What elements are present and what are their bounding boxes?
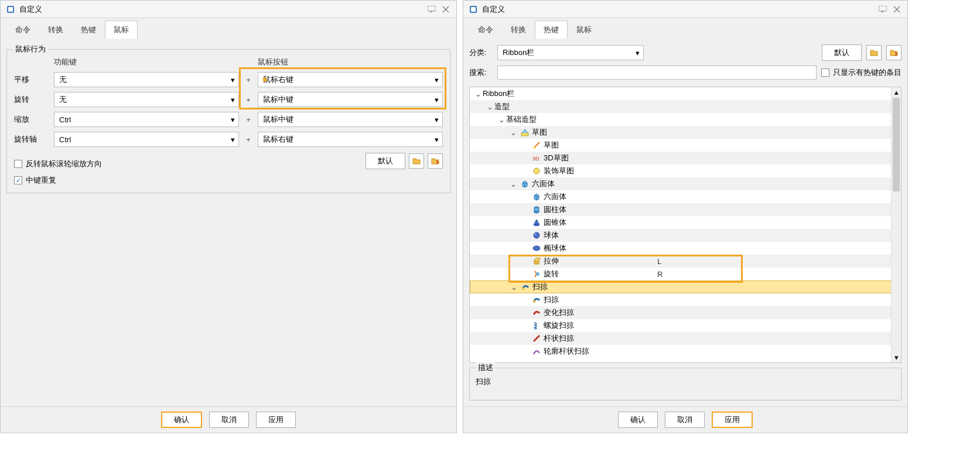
- tree-row[interactable]: 杆状扫掠: [470, 332, 901, 345]
- tree-item-label: 基础造型: [506, 114, 537, 125]
- scroll-thumb[interactable]: [893, 98, 900, 191]
- tab-mouse[interactable]: 鼠标: [568, 20, 600, 39]
- reverse-wheel-checkbox[interactable]: 反转鼠标滚轮缩放方向: [14, 159, 366, 169]
- tree-row[interactable]: 草图: [470, 139, 901, 152]
- tree-item-label: 草图: [544, 140, 559, 150]
- only-hotkey-checkbox[interactable]: 只显示有热键的条目: [821, 67, 902, 78]
- tree-row[interactable]: 椭球体: [470, 242, 901, 255]
- zoom-mouse-select[interactable]: 鼠标中键▾: [258, 112, 443, 127]
- save-folder-button[interactable]: [428, 153, 443, 169]
- row-label-rotate-axis: 旋转轴: [14, 134, 49, 145]
- scroll-down-icon[interactable]: ▾: [892, 352, 901, 362]
- svg-point-9: [534, 168, 539, 174]
- cancel-button[interactable]: 取消: [209, 412, 249, 428]
- tree-item-label: 六面体: [544, 191, 566, 202]
- tree-row[interactable]: 螺旋扫掠: [470, 319, 901, 332]
- rotateaxis-mouse-select[interactable]: 鼠标右键▾: [258, 132, 443, 147]
- cancel-button[interactable]: 取消: [665, 412, 705, 428]
- chevron-down-icon[interactable]: ⌄: [509, 283, 518, 292]
- tree-item-label: 杆状扫掠: [544, 333, 574, 344]
- svg-text:3D: 3D: [532, 156, 539, 162]
- description-group: 描述 扫掠: [469, 368, 902, 400]
- feedback-icon[interactable]: [426, 4, 438, 15]
- sweep-icon: [521, 282, 530, 292]
- tabs: 命令 转换 热键 鼠标: [1, 18, 456, 39]
- tree-row[interactable]: 圆柱体: [470, 203, 901, 216]
- tree-row[interactable]: 拉伸L: [470, 255, 901, 268]
- tree-row[interactable]: 变化扫掠: [470, 306, 901, 319]
- tab-command[interactable]: 命令: [469, 20, 502, 39]
- save-folder-button[interactable]: [886, 45, 902, 60]
- tree-row[interactable]: 旋转R: [470, 268, 901, 280]
- tree-row[interactable]: ⌄造型: [470, 100, 901, 113]
- sweep-icon: [532, 295, 541, 304]
- rotate-func-select[interactable]: 无▾: [54, 92, 239, 107]
- tab-command[interactable]: 命令: [6, 20, 39, 39]
- tab-transform[interactable]: 转换: [39, 20, 72, 39]
- sketch-icon: [520, 128, 530, 137]
- cube-icon: [520, 179, 530, 189]
- tree-row[interactable]: 3D3D草图: [470, 152, 901, 165]
- close-icon[interactable]: [891, 4, 903, 15]
- scrollbar[interactable]: ▴ ▾: [891, 87, 901, 362]
- cone-icon: [532, 218, 541, 227]
- tree-item-label: 椭球体: [544, 243, 566, 254]
- tree-item-label: 扫掠: [532, 282, 548, 292]
- rotateaxis-func-select[interactable]: Ctrl▾: [54, 132, 239, 147]
- tree-row[interactable]: 六面体: [470, 190, 901, 203]
- pan-mouse-select[interactable]: 鼠标右键▾: [258, 72, 443, 87]
- desc-text: 扫掠: [476, 377, 491, 386]
- customize-dialog-mouse: 自定义 命令 转换 热键 鼠标 鼠标行为 功能键 鼠标按钮 平移 无▾ + 鼠标…: [0, 0, 457, 433]
- tab-transform[interactable]: 转换: [502, 20, 535, 39]
- middle-repeat-checkbox[interactable]: 中键重复: [14, 175, 366, 186]
- cube-icon: [532, 192, 541, 201]
- mouse-behavior-group: 鼠标行为 功能键 鼠标按钮 平移 无▾ + 鼠标右键▾ 旋转 无▾ + 鼠标中键…: [6, 49, 450, 193]
- chevron-down-icon[interactable]: ⌄: [508, 180, 518, 189]
- chevron-down-icon[interactable]: ⌄: [485, 102, 494, 111]
- apply-button[interactable]: 应用: [712, 412, 753, 428]
- tree-item-label: 圆柱体: [544, 204, 566, 215]
- tree-row[interactable]: ⌄六面体: [470, 177, 901, 190]
- zoom-func-select[interactable]: Ctrl▾: [54, 112, 239, 127]
- tree-row[interactable]: ⌄草图: [470, 126, 901, 139]
- tab-hotkey[interactable]: 热键: [72, 20, 105, 39]
- default-button[interactable]: 默认: [822, 44, 862, 61]
- chevron-down-icon[interactable]: ⌄: [508, 128, 518, 137]
- helix-icon: [532, 321, 541, 330]
- ok-button[interactable]: 确认: [618, 412, 658, 428]
- plus-icon: +: [244, 115, 253, 124]
- search-input[interactable]: [497, 66, 817, 80]
- feedback-icon[interactable]: [877, 4, 889, 15]
- ellipsoid-icon: [532, 244, 541, 253]
- tree-row[interactable]: 球体: [470, 229, 901, 242]
- tree-row[interactable]: 圆锥体: [470, 216, 901, 229]
- tab-hotkey[interactable]: 热键: [535, 20, 568, 39]
- pan-func-select[interactable]: 无▾: [54, 72, 239, 87]
- svg-point-14: [534, 232, 539, 238]
- rotate-mouse-select[interactable]: 鼠标中键▾: [258, 92, 443, 107]
- open-folder-button[interactable]: [866, 45, 882, 60]
- tree-item-label: 扫掠: [544, 294, 559, 305]
- ok-button[interactable]: 确认: [161, 412, 202, 428]
- default-button[interactable]: 默认: [366, 153, 405, 169]
- close-icon[interactable]: [440, 4, 452, 15]
- tree-row[interactable]: ⌄Ribbon栏: [470, 87, 901, 100]
- row-label-zoom: 缩放: [14, 114, 49, 125]
- tree-row[interactable]: 轮廓杆状扫掠: [470, 345, 901, 358]
- tree-row[interactable]: ⌄基础造型: [470, 113, 901, 126]
- tab-mouse[interactable]: 鼠标: [105, 20, 138, 39]
- scroll-up-icon[interactable]: ▴: [892, 87, 901, 97]
- tree-row[interactable]: 装饰草图: [470, 165, 901, 177]
- tree-row[interactable]: ⌄扫掠: [470, 280, 901, 293]
- apply-button[interactable]: 应用: [256, 412, 296, 428]
- command-tree[interactable]: ⌄Ribbon栏⌄造型⌄基础造型⌄草图草图3D3D草图装饰草图⌄六面体六面体圆柱…: [469, 87, 902, 363]
- sketch2-icon: [532, 141, 541, 150]
- tree-row[interactable]: 扫掠: [470, 293, 901, 306]
- open-folder-button[interactable]: [409, 153, 424, 169]
- dialog-buttons: 确认 取消 应用: [463, 406, 907, 433]
- category-select[interactable]: Ribbon栏▾: [497, 45, 644, 60]
- tree-item-label: 六面体: [532, 179, 555, 189]
- chevron-down-icon[interactable]: ⌄: [473, 90, 483, 98]
- chevron-down-icon[interactable]: ⌄: [497, 115, 506, 124]
- tabs: 命令 转换 热键 鼠标: [463, 18, 907, 39]
